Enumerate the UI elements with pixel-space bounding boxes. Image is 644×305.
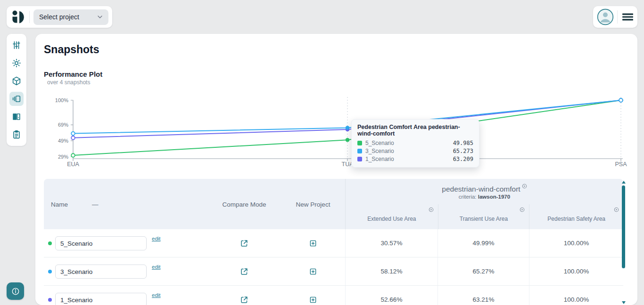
visibility-toggle[interactable] — [520, 207, 525, 212]
criteria-line: criteria: lawson-1970 — [346, 194, 623, 200]
performance-plot[interactable]: 100%69%49%29%EUATUAPSA — [45, 94, 634, 169]
x-tick-label-EUA: EUA — [67, 161, 79, 168]
snapshots-table: Name — Compare Mode New Project pedestri… — [44, 179, 623, 305]
new-project-button[interactable] — [309, 296, 317, 304]
wind-comfort-group-header: pedestrian-wind-comfort criteria: lawson… — [345, 179, 623, 229]
value-transient-use-area: 63.21% — [438, 286, 529, 305]
hamburger-menu-button[interactable] — [621, 11, 634, 23]
compare-mode-button[interactable] — [240, 239, 249, 248]
tooltip-series-name: 1_Scenario — [365, 156, 453, 162]
value-extended-use-area: 58.12% — [345, 257, 438, 285]
chart-subtitle: over 4 snapshots — [47, 79, 90, 86]
compare-mode-button[interactable] — [240, 295, 249, 304]
tooltip-row: 3_Scenario65.273 — [357, 148, 473, 154]
legend-swatch — [357, 149, 362, 153]
table-row: edit 30.57% 49.99% 100.00% — [44, 229, 623, 257]
cube-icon — [11, 76, 22, 86]
plus-square-icon — [309, 239, 317, 248]
name-column-header: Name — [51, 201, 68, 208]
project-select-value: Select project — [39, 13, 96, 21]
criteria-value: lawson-1970 — [478, 194, 510, 200]
data-point[interactable] — [71, 153, 75, 157]
main-panel: Snapshots Performance Plot over 4 snapsh… — [35, 34, 637, 305]
y-tick-label: 29% — [58, 154, 68, 160]
visibility-toggle[interactable] — [614, 207, 619, 212]
table-scrollbar[interactable] — [621, 181, 626, 304]
sidebar-item-sun[interactable] — [9, 56, 24, 70]
edit-link[interactable]: edit — [152, 292, 161, 298]
sidebar-item-snapshots[interactable] — [9, 92, 24, 106]
sun-icon — [11, 58, 22, 68]
table-row: edit 58.12% 65.27% 100.00% — [44, 257, 623, 286]
scenario-color-dot — [48, 298, 52, 302]
data-point[interactable] — [619, 98, 623, 102]
table-header: Name — Compare Mode New Project pedestri… — [44, 179, 623, 229]
scrollbar-thumb[interactable] — [622, 185, 625, 268]
data-point[interactable] — [71, 132, 75, 136]
scroll-down-arrow-icon[interactable] — [622, 301, 626, 304]
subcolumn-label: Pedestrian Safety Area — [547, 216, 605, 222]
y-tick-label: 49% — [58, 138, 68, 144]
topbar-project-card: Select project — [7, 6, 112, 28]
sidebar-item-sliders[interactable] — [9, 38, 24, 52]
value-extended-use-area: 30.57% — [345, 229, 438, 257]
scenario-name-input[interactable] — [55, 236, 147, 250]
y-tick-label: 100% — [55, 97, 68, 103]
new-project-button[interactable] — [309, 267, 317, 276]
page-title: Snapshots — [44, 43, 99, 56]
tooltip-series-value: 65.273 — [453, 148, 473, 154]
x-tick-label-PSA: PSA — [615, 161, 627, 168]
topbar-user-card — [593, 6, 637, 28]
subcolumn-header: Pedestrian Safety Area — [529, 204, 623, 229]
value-pedestrian-safety-area: 100.00% — [529, 257, 623, 285]
visibility-toggle[interactable] — [429, 207, 434, 212]
info-button[interactable] — [7, 282, 24, 300]
data-point[interactable] — [346, 138, 350, 142]
new-project-button[interactable] — [309, 239, 317, 248]
sidebar-item-clipboard[interactable] — [9, 128, 24, 142]
value-pedestrian-safety-area: 100.00% — [529, 286, 623, 305]
plus-square-icon — [309, 296, 317, 304]
scenario-color-dot — [48, 241, 52, 245]
edit-link[interactable]: edit — [152, 236, 161, 241]
table-row: edit 52.66% 63.21% 100.00% — [44, 286, 623, 305]
external-link-icon — [240, 267, 249, 276]
compare-mode-button[interactable] — [240, 267, 249, 276]
tooltip-series-value: 49.985 — [453, 140, 473, 146]
visibility-toggle[interactable] — [522, 184, 527, 189]
sidebar-item-compare-pages[interactable] — [9, 110, 24, 124]
avatar-button[interactable] — [597, 8, 614, 25]
tooltip-row: 5_Scenario49.985 — [357, 140, 473, 146]
group-title: pedestrian-wind-comfort — [442, 185, 520, 193]
name-sort-dash[interactable]: — — [92, 201, 99, 208]
tooltip-row: 1_Scenario63.209 — [357, 156, 473, 162]
hamburger-menu-icon — [621, 11, 634, 23]
scenario-name-input[interactable] — [55, 293, 147, 305]
scenario-name-input[interactable] — [55, 265, 147, 279]
scroll-up-arrow-icon[interactable] — [622, 181, 626, 184]
project-select[interactable]: Select project — [33, 9, 108, 25]
tooltip-series-name: 5_Scenario — [365, 140, 453, 146]
avatar-icon — [597, 8, 614, 25]
external-link-icon — [240, 239, 249, 248]
sidebar — [7, 34, 26, 146]
edit-link[interactable]: edit — [152, 264, 161, 270]
chart-tooltip: Pedestrian Comfort Area pedestrian-wind-… — [351, 119, 479, 168]
subcolumn-label: Transient Use Area — [460, 216, 508, 222]
chevron-down-icon — [96, 13, 104, 21]
data-point[interactable] — [71, 136, 75, 140]
chart-title: Performance Plot — [44, 70, 102, 78]
external-link-icon — [240, 295, 249, 304]
tooltip-series-name: 3_Scenario — [365, 148, 453, 154]
legend-swatch — [357, 157, 362, 161]
compare-pages-icon — [11, 112, 22, 122]
subcolumn-header: Extended Use Area — [346, 204, 438, 229]
scenario-color-dot — [48, 270, 52, 273]
tooltip-title: Pedestrian Comfort Area pedestrian-wind-… — [357, 124, 473, 137]
subcolumn-label: Extended Use Area — [367, 216, 416, 222]
sidebar-item-cube[interactable] — [9, 74, 24, 88]
plus-square-icon — [309, 267, 317, 276]
value-transient-use-area: 49.99% — [438, 229, 529, 257]
sliders-icon — [11, 40, 22, 50]
data-point[interactable] — [346, 126, 350, 130]
